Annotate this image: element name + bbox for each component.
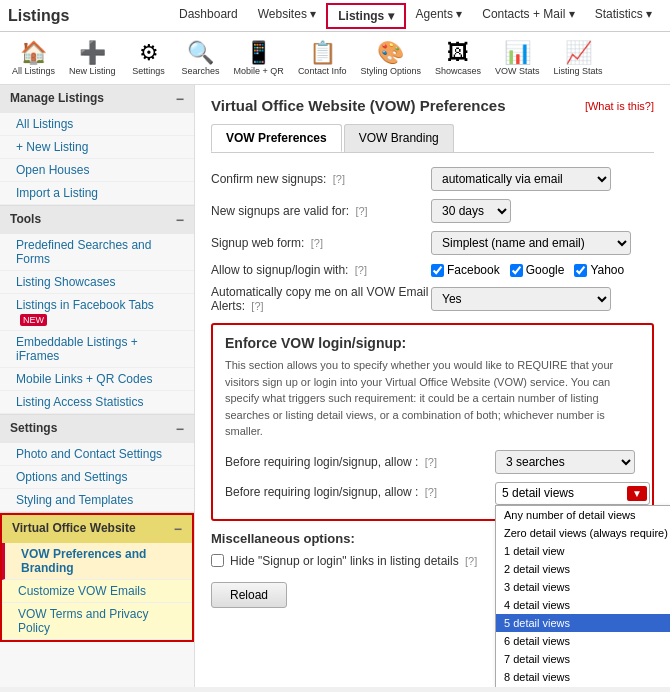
sidebar-section-header-manage: Manage Listings − bbox=[0, 85, 194, 113]
toolbar-vow-stats[interactable]: 📊 VOW Stats bbox=[489, 36, 546, 80]
top-nav: Listings Dashboard Websites ▾ Listings ▾… bbox=[0, 0, 670, 32]
manage-collapse-icon[interactable]: − bbox=[176, 91, 184, 107]
auto-copy-select[interactable]: Yes bbox=[431, 287, 611, 311]
allow-signup-help[interactable]: [?] bbox=[355, 264, 367, 276]
sidebar-item-import-listing[interactable]: Import a Listing bbox=[0, 182, 194, 205]
enforce-row1-label: Before requiring login/signup, allow : [… bbox=[225, 455, 495, 469]
signups-valid-select[interactable]: 30 days bbox=[431, 199, 511, 223]
nav-contacts[interactable]: Contacts + Mail ▾ bbox=[472, 3, 584, 29]
nav-agents[interactable]: Agents ▾ bbox=[406, 3, 473, 29]
toolbar-listing-stats[interactable]: 📈 Listing Stats bbox=[547, 36, 608, 80]
sidebar-item-options-settings[interactable]: Options and Settings bbox=[0, 466, 194, 489]
checkbox-google[interactable]: Google bbox=[510, 263, 565, 277]
form-signups-valid: New signups are valid for: [?] 30 days bbox=[211, 199, 654, 223]
sidebar-item-facebook-tabs[interactable]: Listings in Facebook Tabs NEW bbox=[0, 294, 194, 331]
reload-button[interactable]: Reload bbox=[211, 582, 287, 608]
sidebar-item-predefined[interactable]: Predefined Searches and Forms bbox=[0, 234, 194, 271]
signups-valid-label: New signups are valid for: [?] bbox=[211, 204, 431, 218]
enforce-row2-help[interactable]: [?] bbox=[425, 486, 437, 498]
confirm-signups-help[interactable]: [?] bbox=[333, 173, 345, 185]
detail-views-dropdown-container: 5 detail views ▼ Any number of detail vi… bbox=[495, 482, 650, 505]
enforce-row1-help[interactable]: [?] bbox=[425, 456, 437, 468]
vow-stats-icon: 📊 bbox=[504, 40, 531, 66]
sidebar-item-all-listings[interactable]: All Listings bbox=[0, 113, 194, 136]
dropdown-option-8[interactable]: 7 detail views bbox=[496, 650, 670, 668]
detail-views-dropdown-btn[interactable]: 5 detail views ▼ bbox=[495, 482, 650, 505]
contact-info-icon: 📋 bbox=[309, 40, 336, 66]
enforce-desc: This section allows you to specify wheth… bbox=[225, 357, 640, 440]
searches-label: Searches bbox=[182, 66, 220, 76]
sidebar-item-photo-contact[interactable]: Photo and Contact Settings bbox=[0, 443, 194, 466]
tools-collapse-icon[interactable]: − bbox=[176, 212, 184, 228]
nav-statistics[interactable]: Statistics ▾ bbox=[585, 3, 662, 29]
sidebar-item-mobile-links[interactable]: Mobile Links + QR Codes bbox=[0, 368, 194, 391]
sidebar-item-embeddable[interactable]: Embeddable Listings + iFrames bbox=[0, 331, 194, 368]
dropdown-option-9[interactable]: 8 detail views bbox=[496, 668, 670, 686]
dropdown-option-7[interactable]: 6 detail views bbox=[496, 632, 670, 650]
nav-websites[interactable]: Websites ▾ bbox=[248, 3, 326, 29]
form-allow-signup: Allow to signup/login with: [?] Facebook… bbox=[211, 263, 654, 277]
form-confirm-signups: Confirm new signups: [?] automatically v… bbox=[211, 167, 654, 191]
showcases-icon: 🖼 bbox=[447, 40, 469, 66]
settings-collapse-icon[interactable]: − bbox=[176, 421, 184, 437]
misc-hide-signup-label: Hide "Signup or login" links in listing … bbox=[230, 554, 477, 568]
dropdown-option-2[interactable]: 1 detail view bbox=[496, 542, 670, 560]
searches-icon: 🔍 bbox=[187, 40, 214, 66]
sidebar-item-showcases[interactable]: Listing Showcases bbox=[0, 271, 194, 294]
sidebar-item-open-houses[interactable]: Open Houses bbox=[0, 159, 194, 182]
auto-copy-help[interactable]: [?] bbox=[251, 300, 263, 312]
signups-valid-help[interactable]: [?] bbox=[355, 205, 367, 217]
toolbar-settings[interactable]: ⚙ Settings bbox=[124, 36, 174, 80]
nav-dashboard[interactable]: Dashboard bbox=[169, 3, 248, 29]
sidebar: Manage Listings − All Listings + New Lis… bbox=[0, 85, 195, 687]
dropdown-option-5[interactable]: 4 detail views bbox=[496, 596, 670, 614]
tab-vow-preferences[interactable]: VOW Preferences bbox=[211, 124, 342, 152]
what-is-this-link[interactable]: [What is this?] bbox=[585, 100, 654, 112]
all-listings-icon: 🏠 bbox=[20, 40, 47, 66]
dropdown-option-4[interactable]: 3 detail views bbox=[496, 578, 670, 596]
settings-icon: ⚙ bbox=[139, 40, 159, 66]
sidebar-item-vow-terms[interactable]: VOW Terms and Privacy Policy bbox=[2, 603, 192, 640]
signup-web-form-select[interactable]: Simplest (name and email) bbox=[431, 231, 631, 255]
toolbar-searches[interactable]: 🔍 Searches bbox=[176, 36, 226, 80]
toolbar-new-listing[interactable]: ➕ New Listing bbox=[63, 36, 122, 80]
toolbar-showcases[interactable]: 🖼 Showcases bbox=[429, 36, 487, 80]
sidebar-item-access-stats[interactable]: Listing Access Statistics bbox=[0, 391, 194, 414]
checkbox-facebook[interactable]: Facebook bbox=[431, 263, 500, 277]
nav-listings[interactable]: Listings ▾ bbox=[326, 3, 405, 29]
showcases-label: Showcases bbox=[435, 66, 481, 76]
enforce-box: Enforce VOW login/signup: This section a… bbox=[211, 323, 654, 521]
sidebar-item-vow-preferences[interactable]: VOW Preferences and Branding bbox=[2, 543, 192, 580]
toolbar-all-listings[interactable]: 🏠 All Listings bbox=[6, 36, 61, 80]
dropdown-option-6[interactable]: 5 detail views bbox=[496, 614, 670, 632]
form-signup-web-form: Signup web form: [?] Simplest (name and … bbox=[211, 231, 654, 255]
signup-web-form-help[interactable]: [?] bbox=[311, 237, 323, 249]
toolbar-contact-info[interactable]: 📋 Contact Info bbox=[292, 36, 353, 80]
sidebar-section-tools: Tools − Predefined Searches and Forms Li… bbox=[0, 206, 194, 415]
dropdown-option-3[interactable]: 2 detail views bbox=[496, 560, 670, 578]
hide-signup-links-checkbox[interactable] bbox=[211, 554, 224, 567]
enforce-row-1: Before requiring login/signup, allow : [… bbox=[225, 450, 640, 474]
misc-help[interactable]: [?] bbox=[465, 555, 477, 567]
tab-vow-branding[interactable]: VOW Branding bbox=[344, 124, 454, 152]
confirm-signups-select[interactable]: automatically via email bbox=[431, 167, 611, 191]
vow-stats-label: VOW Stats bbox=[495, 66, 540, 76]
page-title: Virtual Office Website (VOW) Preferences bbox=[211, 97, 506, 114]
new-badge: NEW bbox=[20, 314, 47, 326]
detail-views-dropdown-arrow[interactable]: ▼ bbox=[627, 486, 647, 501]
sidebar-item-new-listing[interactable]: + New Listing bbox=[0, 136, 194, 159]
dropdown-option-1[interactable]: Zero detail views (always require) bbox=[496, 524, 670, 542]
sidebar-item-styling-templates[interactable]: Styling and Templates bbox=[0, 489, 194, 512]
toolbar-mobile-qr[interactable]: 📱 Mobile + QR bbox=[228, 36, 290, 80]
vow-collapse-icon[interactable]: − bbox=[174, 521, 182, 537]
dropdown-option-10[interactable]: 9 detail views bbox=[496, 686, 670, 688]
mobile-qr-icon: 📱 bbox=[245, 40, 272, 66]
styling-label: Styling Options bbox=[360, 66, 421, 76]
new-listing-icon: ➕ bbox=[79, 40, 106, 66]
checkbox-yahoo[interactable]: Yahoo bbox=[574, 263, 624, 277]
toolbar-styling[interactable]: 🎨 Styling Options bbox=[354, 36, 427, 80]
enforce-row1-select[interactable]: 3 searches bbox=[495, 450, 635, 474]
content-area: Virtual Office Website (VOW) Preferences… bbox=[195, 85, 670, 687]
dropdown-option-0[interactable]: Any number of detail views bbox=[496, 506, 670, 524]
sidebar-item-customize-vow[interactable]: Customize VOW Emails bbox=[2, 580, 192, 603]
